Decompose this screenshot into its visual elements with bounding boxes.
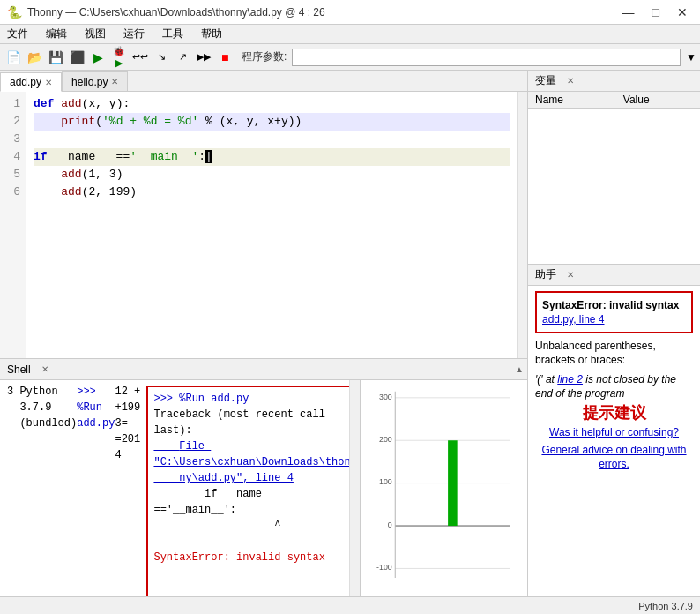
line-num-6: 6 (2, 183, 24, 201)
toolbar-stop[interactable]: ⬛ (67, 48, 86, 67)
toolbar-open[interactable]: 📂 (25, 48, 44, 67)
main-layout: add.py ✕ hello.py ✕ 1 2 3 4 5 6 (0, 71, 700, 614)
toolbar-resume[interactable]: ▶▶ (194, 48, 213, 67)
close-button[interactable]: ✕ (672, 4, 693, 21)
titlebar: 🐍 Thonny — C:\Users\cxhuan\Downloads\tho… (0, 0, 700, 25)
menu-tools[interactable]: 工具 (159, 26, 187, 42)
menu-file[interactable]: 文件 (4, 26, 32, 42)
helper-link1[interactable]: Was it helpful or confusing? (535, 425, 693, 439)
shell-container: Shell ✕ ▲ 3 Python 3.7.9 (bundled) >>> %… (0, 358, 527, 614)
variables-tab-bar: 变量 ✕ (528, 71, 700, 92)
titlebar-controls: — □ ✕ (617, 4, 693, 21)
code-line-2: print('%d + %d = %d' % (x, y, x+y)) (34, 113, 510, 131)
tab-hello-py[interactable]: hello.py ✕ (62, 71, 128, 91)
line-num-2: 2 (2, 113, 24, 131)
toolbar-debug[interactable]: 🐞▶ (109, 48, 129, 67)
toolbar-dropdown-icon[interactable]: ▼ (686, 51, 696, 64)
editor-section: add.py ✕ hello.py ✕ 1 2 3 4 5 6 (0, 71, 527, 358)
toolbar-save[interactable]: 💾 (46, 48, 65, 67)
shell-file-link[interactable]: File "C:\Users\cxhuan\Downloads\thon ny\… (153, 438, 349, 486)
menu-edit[interactable]: 编辑 (42, 26, 71, 42)
program-args-label: 程序参数: (242, 49, 287, 64)
toolbar-step-into[interactable]: ↘ (152, 48, 171, 67)
helper-body1: Unbalanced parentheses, brackets or brac… (535, 339, 693, 367)
toolbar: 📄 📂 💾 ⬛ ▶ 🐞▶ ↩↩ ↘ ↗ ▶▶ ⏹ 程序参数: ▼ (0, 44, 700, 71)
program-args-input[interactable] (292, 49, 681, 66)
code-line-6: add(2, 199) (34, 183, 510, 201)
shell-syntax-error: SyntaxError: invalid syntax (153, 550, 349, 565)
editor-scrollbar[interactable] (517, 92, 527, 358)
menu-help[interactable]: 帮助 (197, 26, 226, 42)
shell-inner: 3 Python 3.7.9 (bundled) >>> %Run add.py… (0, 380, 527, 614)
editor-area[interactable]: 1 2 3 4 5 6 def add(x, y): print('%d + %… (0, 92, 527, 358)
shell-result-1: 1 + 3 = 4 (115, 384, 121, 610)
variables-col-value: Value (616, 92, 700, 109)
shell-blank-3 (153, 534, 349, 550)
variables-table-container: Name Value (528, 92, 700, 264)
chart-bar (448, 440, 458, 526)
shell-blank-1 (13, 384, 19, 610)
tab-hello-py-label: hello.py (71, 76, 108, 88)
helper-body2-text: '(' at line 2 is not closed by the end o… (535, 373, 676, 400)
statusbar-python: Python 3.7.9 (638, 601, 693, 611)
helper-suggest-label: 提示建议 (535, 406, 693, 420)
shell-caret: ^ (153, 518, 349, 534)
helper-tab-left: 助手 ✕ (528, 266, 577, 284)
shell-content[interactable]: 3 Python 3.7.9 (bundled) >>> %Run add.py… (0, 380, 349, 614)
helper-link2[interactable]: General advice on dealing with errors. (535, 443, 693, 471)
editor-tab-bar: add.py ✕ hello.py ✕ (0, 71, 527, 92)
menu-run[interactable]: 运行 (120, 26, 148, 42)
toolbar-step-out[interactable]: ↗ (173, 48, 192, 67)
tab-add-py[interactable]: add.py ✕ (0, 72, 62, 92)
variables-table: Name Value (528, 92, 700, 109)
code-content[interactable]: def add(x, y): print('%d + %d = %d' % (x… (26, 92, 517, 358)
variables-label: 变量 (528, 71, 563, 90)
code-line-4: if __name__ =='__main__':| (34, 148, 510, 166)
shell-tab-left: Shell ✕ (0, 362, 52, 378)
helper-error-box: SyntaxError: invalid syntax add.py, line… (535, 291, 693, 333)
code-line-1: def add(x, y): (34, 95, 510, 113)
variables-close[interactable]: ✕ (563, 74, 577, 87)
helper-panel: 助手 ✕ SyntaxError: invalid syntax add.py,… (528, 265, 700, 614)
toolbar-stop-debug[interactable]: ⏹ (215, 48, 235, 67)
shell-code-ref: if __name__ =='__main__': (153, 486, 349, 518)
maximize-button[interactable]: □ (647, 4, 665, 21)
shell-result-2: 2 + 199 = 201 (122, 384, 141, 610)
line-num-1: 1 (2, 95, 24, 113)
shell-python-version: Python 3.7.9 (bundled) (19, 384, 77, 610)
helper-close[interactable]: ✕ (563, 268, 577, 281)
variables-header-row: Name Value (528, 92, 700, 109)
shell-error-box: >>> %Run add.py Traceback (most recent c… (146, 386, 349, 609)
menu-view[interactable]: 视图 (81, 26, 109, 42)
titlebar-title: Thonny — C:\Users\cxhuan\Downloads\thonn… (27, 6, 325, 19)
tab-add-py-label: add.py (10, 76, 41, 88)
shell-scroll-up[interactable]: ▲ (511, 363, 527, 376)
variables-tab-left: 变量 ✕ (528, 71, 577, 90)
chart-y-200: 200 (379, 435, 392, 444)
line-num-5: 5 (2, 166, 24, 183)
tab-hello-py-close[interactable]: ✕ (111, 77, 118, 86)
menubar: 文件 编辑 视图 运行 工具 帮助 (0, 25, 700, 44)
chart-y-0: 0 (388, 520, 392, 529)
toolbar-step-over[interactable]: ↩↩ (130, 48, 150, 67)
shell-left: 3 Python 3.7.9 (bundled) >>> %Run add.py… (0, 380, 360, 614)
statusbar: Python 3.7.9 (0, 596, 700, 614)
helper-error-link[interactable]: add.py, line 4 (542, 313, 605, 326)
code-line-3 (34, 131, 510, 148)
chart-y-100: 100 (379, 477, 392, 486)
app-icon: 🐍 (7, 5, 22, 19)
left-panel: add.py ✕ hello.py ✕ 1 2 3 4 5 6 (0, 71, 528, 614)
chart-y-300: 300 (379, 393, 392, 401)
helper-body2: '(' at line 2 is not closed by the end o… (535, 372, 693, 401)
toolbar-run[interactable]: ▶ (88, 48, 108, 67)
line-num-3: 3 (2, 131, 24, 148)
plot-panel: 300 200 100 0 -100 (360, 380, 527, 614)
toolbar-new[interactable]: 📄 (4, 48, 23, 67)
shell-scrollbar[interactable] (349, 380, 360, 614)
chart-y-minus100: -100 (376, 563, 392, 572)
helper-error-title: SyntaxError: invalid syntax (542, 298, 686, 312)
minimize-button[interactable]: — (617, 4, 640, 21)
shell-close[interactable]: ✕ (38, 363, 52, 376)
shell-label: Shell (0, 362, 38, 378)
tab-add-py-close[interactable]: ✕ (45, 78, 52, 87)
